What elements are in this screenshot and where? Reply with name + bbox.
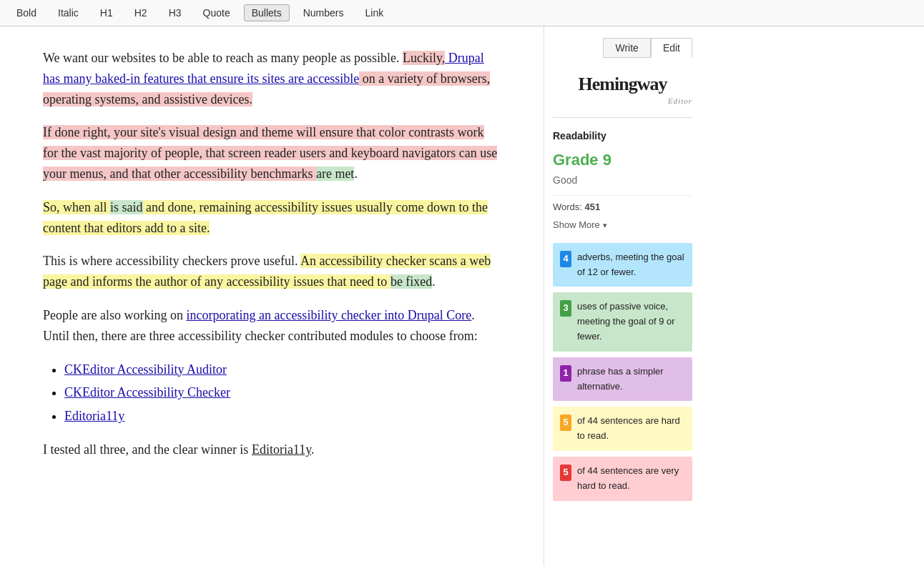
para6-end: . [311,442,315,457]
stat-text-phrase: phrase has a simpler alternative. [577,364,685,394]
bullet-link-2[interactable]: CKEditor Accessibility Checker [64,385,230,399]
para2-end: . [354,167,358,181]
bullets-button[interactable]: Bullets [244,4,290,21]
paragraph-5: People are also working on incorporating… [43,305,501,347]
para3-said: is said [110,200,143,214]
show-more-label: Show More [553,218,600,233]
hemingway-logo: Hemingway Editor [553,69,692,107]
words-line: Words: 451 [553,200,692,215]
para5-start: People are also working on [43,308,186,322]
stat-text-very-hard: of 44 sentences are very hard to read. [577,464,685,494]
stat-text-passive: uses of passive voice, meeting the goal … [577,299,685,344]
h3-button[interactable]: H3 [161,4,190,21]
stat-num-passive: 3 [560,300,571,317]
paragraph-3: So, when all is said and done, remaining… [43,197,501,239]
sidebar-tabs: Write Edit [553,38,692,58]
list-item: CKEditor Accessibility Auditor [64,359,501,380]
words-label: Words: [553,202,582,212]
paragraph-6: I tested all three, and the clear winner… [43,440,501,460]
para3-start: So, when all [43,200,110,214]
para5-link[interactable]: incorporating an accessibility checker i… [186,308,471,322]
stat-num-adverbs: 4 [560,251,571,267]
para6-start: I tested all three, and the clear winner… [43,442,252,457]
para2-met: are met [316,167,354,181]
para1-plain: We want our websites to be able to reach… [43,51,403,65]
logo-name: Hemingway [579,74,667,94]
grade-text: Grade 9 [553,147,692,172]
show-more-button[interactable]: Show More ▾ [553,218,692,233]
para4-end: . [432,274,436,289]
logo-subtitle: Editor [553,95,692,108]
logo-divider [553,117,692,118]
stat-card-passive: 3 uses of passive voice, meeting the goa… [553,292,692,351]
main-layout: We want our websites to be able to reach… [0,26,924,566]
para4-start: This is where accessibility checkers pro… [43,254,300,268]
words-count: 451 [585,202,601,212]
stat-num-very-hard: 5 [560,465,571,481]
editor-area[interactable]: We want our websites to be able to reach… [0,26,544,566]
grade-quality: Good [553,172,692,188]
para1-luckily: Luckily, [403,51,445,65]
stat-num-phrase: 1 [560,365,571,382]
section-divider-1 [553,195,692,196]
bold-button[interactable]: Bold [9,4,44,21]
link-button[interactable]: Link [358,4,392,21]
italic-button[interactable]: Italic [50,4,87,21]
bullet-list: CKEditor Accessibility Auditor CKEditor … [64,359,501,427]
stat-card-phrase: 1 phrase has a simpler alternative. [553,357,692,402]
toolbar: Bold Italic H1 H2 H3 Quote Bullets Numbe… [0,0,924,26]
readability-label: Readability [553,128,692,144]
stat-card-adverbs: 4 adverbs, meeting the goal of 12 or few… [553,243,692,287]
list-item: Editoria11y [64,406,501,427]
paragraph-2: If done right, your site's visual design… [43,122,501,184]
para6-link: Editoria11y [252,442,311,457]
numbers-button[interactable]: Numbers [295,4,352,21]
paragraph-4: This is where accessibility checkers pro… [43,251,501,292]
bullet-link-3[interactable]: Editoria11y [64,409,124,423]
h1-button[interactable]: H1 [92,4,121,21]
bullet-link-1[interactable]: CKEditor Accessibility Auditor [64,362,227,377]
stat-num-hard: 5 [560,414,571,431]
stat-text-hard: of 44 sentences are hard to read. [577,414,685,444]
readability-section: Readability Grade 9 Good [553,128,692,188]
quote-button[interactable]: Quote [195,4,238,21]
para4-fixed: be fixed [390,274,432,289]
sidebar: Write Edit Hemingway Editor Readability … [544,26,701,566]
edit-tab[interactable]: Edit [651,38,692,58]
h2-button[interactable]: H2 [127,4,155,21]
para2-text: If done right, your site's visual design… [43,125,497,181]
stat-card-very-hard: 5 of 44 sentences are very hard to read. [553,457,692,501]
stat-card-hard: 5 of 44 sentences are hard to read. [553,407,692,451]
write-tab[interactable]: Write [603,38,650,58]
stat-text-adverbs: adverbs, meeting the goal of 12 or fewer… [577,250,685,280]
chevron-down-icon: ▾ [603,219,607,232]
paragraph-1: We want our websites to be able to reach… [43,48,501,109]
list-item: CKEditor Accessibility Checker [64,382,501,403]
